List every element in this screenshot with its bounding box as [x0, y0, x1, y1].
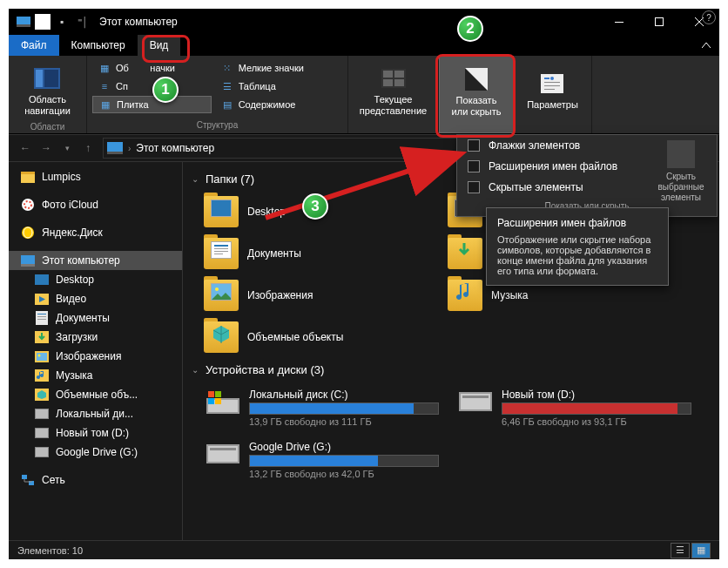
svg-rect-47: [22, 475, 27, 479]
svg-rect-53: [214, 248, 228, 249]
svg-rect-11: [394, 79, 404, 86]
layout-content[interactable]: ▤Содержимое: [215, 96, 342, 113]
sb-yandex-disk[interactable]: Яндекс.Диск: [9, 223, 182, 242]
svg-rect-51: [212, 242, 231, 258]
layout-tiles[interactable]: ▦Плитка: [92, 96, 212, 113]
svg-rect-16: [544, 85, 560, 86]
sb-new-vol-d[interactable]: Новый том (D:): [9, 423, 182, 443]
svg-rect-1: [17, 24, 30, 27]
options-button[interactable]: Параметры: [522, 59, 583, 122]
drive-d[interactable]: Новый том (D:)6,46 ГБ свободно из 93,1 Г…: [453, 383, 697, 432]
svg-rect-15: [544, 82, 560, 83]
svg-point-18: [550, 77, 554, 80]
svg-rect-2: [615, 22, 624, 23]
svg-rect-32: [37, 314, 46, 314]
status-item-count: Элементов: 10: [17, 545, 83, 556]
svg-rect-42: [36, 409, 48, 418]
svg-rect-63: [215, 398, 221, 404]
svg-rect-17: [544, 89, 555, 90]
layout-list[interactable]: ≡Сп: [92, 78, 212, 95]
svg-rect-34: [37, 319, 46, 320]
maximize-button[interactable]: [639, 9, 679, 35]
layout-small-icons[interactable]: ⁙Мелкие значки: [215, 59, 342, 77]
svg-rect-9: [394, 71, 404, 78]
svg-rect-29: [35, 274, 49, 285]
layout-large-icons[interactable]: ▦Об начки: [92, 59, 212, 77]
qa-dropdown[interactable]: ⁼│: [73, 12, 92, 31]
sb-3d-objects[interactable]: Объемные объ...: [9, 385, 182, 404]
sb-lumpics[interactable]: Lumpics: [9, 167, 182, 186]
qa-2[interactable]: ▪: [52, 12, 71, 31]
svg-rect-66: [462, 396, 489, 398]
svg-rect-22: [21, 174, 35, 183]
svg-rect-6: [44, 70, 58, 87]
titlebar: ▪ ⁼│ Этот компьютер: [9, 9, 719, 35]
tab-file[interactable]: Файл: [9, 35, 59, 56]
layout-details[interactable]: ☰Таблица: [215, 78, 342, 95]
view-details-icon[interactable]: ☰: [671, 543, 690, 558]
nav-back[interactable]: ←: [16, 142, 35, 154]
svg-rect-14: [544, 78, 549, 79]
sb-google-drive[interactable]: Google Drive (G:): [9, 443, 182, 462]
svg-point-57: [215, 287, 219, 291]
app-icon: [14, 12, 33, 31]
folder-documents[interactable]: Документы: [200, 234, 435, 273]
sb-icloud-photo[interactable]: Фото iCloud: [9, 195, 182, 214]
nav-forward[interactable]: →: [37, 142, 56, 154]
folder-desktop[interactable]: Desktop: [200, 193, 435, 231]
folder-pictures[interactable]: Изображения: [200, 276, 435, 314]
svg-rect-61: [215, 391, 221, 397]
sb-documents[interactable]: Документы: [9, 308, 182, 328]
view-large-icon[interactable]: ▦: [691, 543, 711, 558]
sb-network[interactable]: Сеть: [9, 470, 182, 490]
svg-rect-60: [208, 391, 214, 397]
svg-rect-33: [37, 316, 46, 317]
show-hide-button[interactable]: Показать или скрыть: [447, 60, 507, 123]
svg-rect-5: [36, 70, 43, 87]
nav-recent[interactable]: ▾: [57, 144, 77, 152]
svg-rect-62: [208, 398, 214, 404]
sb-pictures[interactable]: Изображения: [9, 347, 182, 366]
sb-downloads[interactable]: Загрузки: [9, 328, 182, 347]
drive-c[interactable]: Локальный диск (C:)13,9 ГБ свободно из 1…: [200, 383, 444, 432]
drives-header[interactable]: ⌄Устройства и диски (3): [183, 356, 719, 383]
explorer-window: ▪ ⁼│ Этот компьютер Файл Компьютер Вид ?…: [9, 9, 719, 559]
svg-rect-10: [383, 79, 393, 86]
window-title: Этот компьютер: [92, 16, 178, 28]
nav-up[interactable]: ↑: [78, 142, 98, 154]
svg-point-38: [38, 354, 41, 356]
drive-g[interactable]: Google Drive (G:)13,2 ГБ свободно из 42,…: [200, 436, 444, 484]
minimize-button[interactable]: [599, 9, 639, 35]
sb-local-c[interactable]: Локальный ди...: [9, 404, 182, 423]
current-view-button[interactable]: Текущее представление: [354, 59, 432, 122]
sb-videos[interactable]: Видео: [9, 289, 182, 308]
ribbon-collapse[interactable]: [693, 35, 719, 56]
qa-1[interactable]: [35, 14, 51, 30]
navigation-tree: Lumpics Фото iCloud Яндекс.Диск Этот ком…: [9, 162, 183, 540]
svg-rect-44: [36, 429, 48, 437]
nav-pane-button[interactable]: Область навигации: [19, 59, 76, 122]
svg-rect-8: [383, 71, 393, 78]
ribbon-tabs: Файл Компьютер Вид ?: [9, 35, 719, 56]
ribbon: Область навигации Области ▦Об начки ≡Сп …: [9, 56, 719, 134]
sb-music[interactable]: Музыка: [9, 366, 182, 385]
show-hide-dropdown: Флажки элементов Расширения имен файлов …: [456, 134, 718, 217]
status-bar: Элементов: 10 ☰ ▦: [9, 540, 719, 559]
sb-desktop[interactable]: Desktop: [9, 270, 182, 289]
tab-view[interactable]: Вид: [138, 35, 181, 56]
svg-rect-31: [36, 311, 48, 325]
hide-selected-button[interactable]: Скрыть выбранные элементы: [650, 140, 711, 203]
sb-this-pc[interactable]: Этот компьютер: [9, 251, 182, 270]
help-button[interactable]: ?: [702, 10, 716, 24]
tab-computer[interactable]: Компьютер: [59, 35, 138, 56]
svg-rect-54: [214, 251, 228, 252]
svg-rect-55: [214, 254, 223, 254]
folder-3d-objects[interactable]: Объемные объекты: [200, 318, 435, 356]
svg-rect-69: [210, 448, 236, 450]
svg-rect-46: [36, 448, 48, 456]
svg-rect-52: [214, 245, 228, 247]
svg-rect-28: [21, 264, 35, 267]
tooltip: Расширения имен файлов Отображение или с…: [486, 207, 669, 286]
svg-rect-19: [107, 142, 123, 152]
svg-rect-3: [656, 18, 664, 26]
